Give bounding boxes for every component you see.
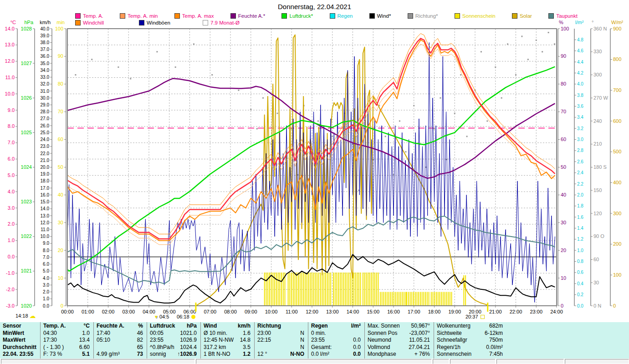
svg-text:11.0: 11.0 xyxy=(41,227,49,232)
table-row: Temp. A.°C xyxy=(43,323,90,330)
svg-text:12.0: 12.0 xyxy=(5,58,15,64)
svg-text:60: 60 xyxy=(58,136,63,142)
svg-text:20: 20 xyxy=(561,248,566,253)
svg-text:1022: 1022 xyxy=(21,233,32,239)
table-row: N xyxy=(257,344,304,351)
svg-text:39.0: 39.0 xyxy=(41,33,50,38)
svg-text:70: 70 xyxy=(58,109,63,114)
table-col-sensor: SensorMinWertMaxWertDurchschnitt22.04. 2… xyxy=(0,322,40,359)
svg-text:1.6: 1.6 xyxy=(577,215,583,220)
svg-text:-1.0: -1.0 xyxy=(6,270,15,276)
svg-text:09:00: 09:00 xyxy=(245,309,257,314)
sunrise-time: 06:18 xyxy=(177,314,189,319)
svg-text:9.0: 9.0 xyxy=(43,241,49,246)
svg-text:8.0: 8.0 xyxy=(43,248,49,253)
svg-text:1028: 1028 xyxy=(21,26,32,31)
svg-text:km/h: km/h xyxy=(40,20,51,25)
svg-text:29.0: 29.0 xyxy=(41,102,50,107)
svg-text:50: 50 xyxy=(58,164,63,170)
svg-text:02:00: 02:00 xyxy=(102,309,115,314)
table-row: Sonnenschein7:45h xyxy=(437,351,503,358)
svg-text:180 S: 180 S xyxy=(593,164,607,170)
svg-text:4.0: 4.0 xyxy=(8,189,15,194)
svg-text:15:00: 15:00 xyxy=(367,309,379,314)
svg-text:400: 400 xyxy=(613,180,621,185)
status-panel-1 xyxy=(196,359,432,364)
svg-text:21:00: 21:00 xyxy=(489,309,502,314)
svg-text:28.0: 28.0 xyxy=(41,109,50,114)
table-row-label: Durchschnitt xyxy=(3,344,36,351)
table-col-7: Wolkenunterg682mSichtweite6-12kmSchneefa… xyxy=(434,322,506,359)
svg-text:10: 10 xyxy=(561,275,566,281)
svg-text:6.0: 6.0 xyxy=(8,156,15,162)
axis-temp: °C-3.0-2.0-1.00.01.02.03.04.05.06.07.08.… xyxy=(5,20,17,308)
svg-text:1.2: 1.2 xyxy=(577,237,583,242)
svg-text:2.2: 2.2 xyxy=(577,182,583,187)
table-row: Regenl/m² xyxy=(311,323,361,330)
table-row: Mondphase+ 76% xyxy=(368,351,430,358)
svg-text:300: 300 xyxy=(613,211,621,216)
svg-text:100: 100 xyxy=(561,26,569,31)
svg-text:0.8: 0.8 xyxy=(577,259,583,264)
svg-text:240: 240 xyxy=(593,118,602,124)
axis-pct: %0102030405060708090100 xyxy=(558,20,569,308)
table-row: Schneefallgr750m xyxy=(437,337,503,344)
table-row-label: Sensor xyxy=(3,323,36,330)
svg-text:30: 30 xyxy=(58,220,63,225)
svg-text:90: 90 xyxy=(58,53,63,59)
svg-text:18:00: 18:00 xyxy=(428,309,441,314)
svg-text:13:00: 13:00 xyxy=(326,309,339,314)
table-col-4: Richtung23:00N22:15NN12 °N-NO xyxy=(254,322,308,359)
table-col-2: LuftdruckhPa00:051021.023:551026.9^0.8hP… xyxy=(147,322,200,359)
table-col-0: Temp. A.°C04:301.017:3013.4( - 1.30 )6.6… xyxy=(40,322,93,359)
table-row: F: 73 %5.1 xyxy=(43,351,90,358)
svg-text:1020: 1020 xyxy=(21,303,32,308)
svg-text:3.8: 3.8 xyxy=(577,93,583,98)
svg-text:330: 330 xyxy=(593,49,602,54)
svg-text:%: % xyxy=(559,20,563,25)
svg-text:33.0: 33.0 xyxy=(41,75,50,80)
svg-text:4.8: 4.8 xyxy=(577,37,583,42)
svg-text:°C: °C xyxy=(10,20,16,25)
svg-text:1023: 1023 xyxy=(21,199,32,204)
svg-text:07:00: 07:00 xyxy=(204,309,216,314)
moonrise-time: 14:18 xyxy=(15,313,28,318)
svg-text:16:00: 16:00 xyxy=(387,309,400,314)
svg-text:1.0: 1.0 xyxy=(577,248,583,253)
svg-text:40.0: 40.0 xyxy=(41,26,50,31)
svg-text:1.4: 1.4 xyxy=(577,226,583,231)
svg-text:22.0: 22.0 xyxy=(41,151,50,156)
svg-text:14.0: 14.0 xyxy=(41,206,50,211)
table-row: 22:15N xyxy=(257,337,304,344)
svg-text:50: 50 xyxy=(561,164,566,170)
svg-text:12.0: 12.0 xyxy=(41,220,50,225)
svg-text:31.0: 31.0 xyxy=(41,89,50,94)
svg-text:1024: 1024 xyxy=(21,164,32,170)
svg-text:0.0: 0.0 xyxy=(8,254,15,259)
weather-chart-plot[interactable]: °C-3.0-2.0-1.00.01.02.03.04.05.06.07.08.… xyxy=(0,0,629,323)
svg-text:16.0: 16.0 xyxy=(41,192,50,197)
table-row: sonnig↑1026.9 xyxy=(150,351,197,358)
status-panel-2 xyxy=(433,359,449,364)
axis-kmh: km/h0.01.02.03.04.05.06.07.08.09.010.011… xyxy=(40,20,52,308)
svg-text:22:00: 22:00 xyxy=(510,309,522,314)
svg-text:4.4: 4.4 xyxy=(577,60,583,65)
svg-text:l/m²: l/m² xyxy=(575,20,584,25)
table-row: Windkm/h xyxy=(204,323,251,330)
svg-text:14.0: 14.0 xyxy=(5,26,15,31)
svg-text:150: 150 xyxy=(593,187,602,193)
svg-text:03:00: 03:00 xyxy=(122,309,135,314)
svg-text:270 W: 270 W xyxy=(593,95,608,101)
table-row: 1 Bft N-NO1.2 xyxy=(204,351,251,358)
table-row: 12 °N-NO xyxy=(257,351,304,358)
moonset-marker: ▼ 04:5 xyxy=(154,314,169,319)
status-panel-4 xyxy=(496,359,564,364)
table-row-label: MaxWert xyxy=(3,337,36,344)
svg-text:20: 20 xyxy=(58,248,63,253)
svg-text:14:00: 14:00 xyxy=(347,309,359,314)
table-row: Regen/1h0.0l/m² xyxy=(437,344,503,351)
svg-text:3.4: 3.4 xyxy=(577,115,583,120)
svg-text:1.0: 1.0 xyxy=(43,296,49,301)
svg-text:0.4: 0.4 xyxy=(577,281,583,286)
svg-text:0 N: 0 N xyxy=(593,303,601,308)
